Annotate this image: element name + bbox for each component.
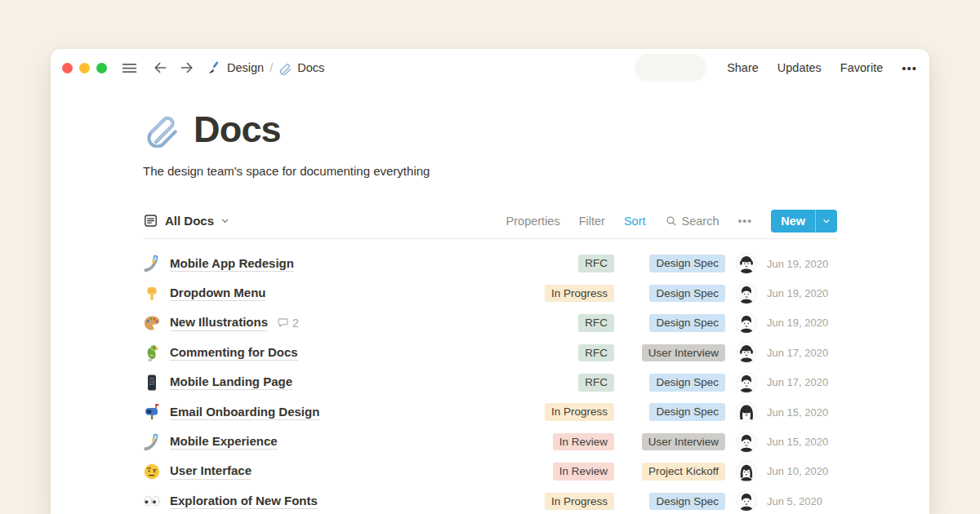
table-row[interactable]: Email Onboarding Design In Progress Desi… bbox=[143, 397, 837, 427]
doc-title-link[interactable]: Mobile Experience bbox=[170, 434, 278, 450]
doc-title-link[interactable]: Exploration of New Fonts bbox=[170, 494, 318, 509]
status-tag[interactable]: RFC bbox=[578, 344, 614, 362]
paperclip-icon[interactable] bbox=[143, 109, 181, 151]
avatar[interactable] bbox=[737, 343, 756, 362]
table-row[interactable]: Exploration of New Fonts In Progress Des… bbox=[143, 486, 837, 514]
parrot-icon bbox=[143, 343, 161, 361]
avatar[interactable] bbox=[737, 373, 756, 392]
table-row[interactable]: Mobile Experience In Review User Intervi… bbox=[143, 427, 837, 456]
paintbrush-icon bbox=[207, 60, 222, 75]
table-row[interactable]: New Illustrations 2 RFC Design Spec Jun … bbox=[143, 308, 837, 338]
more-options-icon[interactable]: ••• bbox=[902, 61, 917, 75]
window-controls bbox=[62, 63, 107, 73]
notion-window: Design / Docs Share Updates Favorite •••… bbox=[51, 49, 929, 514]
doc-type-tag[interactable]: Design Spec bbox=[649, 374, 725, 392]
mobile-phone-icon bbox=[143, 374, 161, 392]
doc-type-tag[interactable]: Design Spec bbox=[649, 403, 725, 421]
doc-type-tag[interactable]: Project Kickoff bbox=[642, 463, 725, 481]
table-row[interactable]: Mobile Landing Page RFC Design Spec Jun … bbox=[143, 368, 837, 397]
status-tag[interactable]: RFC bbox=[578, 314, 614, 332]
edited-date: Jun 10, 2020 bbox=[767, 465, 837, 477]
filter-button[interactable]: Filter bbox=[579, 215, 605, 228]
search-button[interactable]: Search bbox=[665, 215, 719, 228]
collection-toolbar: All Docs Properties Filter Sort Search •… bbox=[143, 203, 837, 239]
new-button-label[interactable]: New bbox=[771, 210, 815, 233]
status-tag[interactable]: In Progress bbox=[545, 285, 614, 303]
page-header: Docs bbox=[143, 108, 837, 152]
favorite-button[interactable]: Favorite bbox=[840, 61, 883, 74]
table-row[interactable]: User Interface In Review Project Kickoff… bbox=[143, 457, 837, 486]
doc-title-link[interactable]: Email Onboarding Design bbox=[170, 405, 319, 420]
doc-type-tag[interactable]: Design Spec bbox=[649, 493, 725, 511]
edited-date: Jun 19, 2020 bbox=[767, 287, 837, 299]
status-tag[interactable]: In Progress bbox=[545, 493, 614, 511]
close-window-button[interactable] bbox=[62, 63, 73, 73]
doc-title-link[interactable]: User Interface bbox=[170, 463, 252, 479]
doc-type-tag[interactable]: Design Spec bbox=[649, 255, 725, 273]
doc-title-link[interactable]: Mobile Landing Page bbox=[170, 374, 292, 390]
breadcrumb-parent[interactable]: Design bbox=[207, 60, 264, 75]
comment-bubble-icon bbox=[277, 317, 289, 329]
back-arrow-icon[interactable] bbox=[152, 60, 168, 76]
search-icon bbox=[665, 215, 678, 228]
doc-title-link[interactable]: Dropdown Menu bbox=[170, 286, 265, 301]
backhand-index-pointing-down-icon bbox=[143, 285, 161, 303]
avatar[interactable] bbox=[737, 432, 756, 452]
artist-palette-icon bbox=[143, 314, 161, 332]
minimize-window-button[interactable] bbox=[79, 63, 90, 73]
toolbar-more-icon[interactable]: ••• bbox=[737, 215, 752, 228]
table-row[interactable]: Mobile App Redesign RFC Design Spec Jun … bbox=[143, 249, 837, 278]
blurred-element bbox=[635, 54, 706, 82]
status-tag[interactable]: In Progress bbox=[545, 403, 614, 421]
avatar[interactable] bbox=[737, 313, 756, 333]
page-description[interactable]: The design team's space for documenting … bbox=[143, 164, 837, 178]
comment-count-badge[interactable]: 2 bbox=[277, 317, 299, 330]
titlebar: Design / Docs Share Updates Favorite ••• bbox=[51, 49, 929, 86]
doc-type-tag[interactable]: User Interview bbox=[642, 433, 725, 451]
search-label: Search bbox=[682, 215, 719, 228]
comment-count: 2 bbox=[292, 317, 299, 330]
doc-type-tag[interactable]: Design Spec bbox=[649, 314, 725, 332]
sidebar-menu-icon[interactable] bbox=[121, 60, 138, 77]
zoom-window-button[interactable] bbox=[96, 63, 107, 73]
page-title[interactable]: Docs bbox=[194, 109, 281, 151]
edited-date: Jun 5, 2020 bbox=[767, 495, 837, 507]
sort-button[interactable]: Sort bbox=[624, 215, 646, 228]
forward-arrow-icon[interactable] bbox=[179, 60, 195, 76]
status-tag[interactable]: RFC bbox=[578, 255, 614, 273]
docs-table: Mobile App Redesign RFC Design Spec Jun … bbox=[143, 239, 837, 514]
edited-date: Jun 19, 2020 bbox=[767, 258, 837, 270]
avatar[interactable] bbox=[737, 491, 756, 511]
status-tag[interactable]: In Review bbox=[553, 463, 614, 481]
breadcrumb: Design / Docs bbox=[207, 60, 324, 75]
table-row[interactable]: Dropdown Menu In Progress Design Spec Ju… bbox=[143, 278, 837, 308]
avatar[interactable] bbox=[737, 284, 756, 304]
new-button-caret[interactable] bbox=[815, 210, 837, 233]
paperclip-icon bbox=[278, 61, 292, 75]
edited-date: Jun 15, 2020 bbox=[767, 436, 837, 448]
updates-button[interactable]: Updates bbox=[777, 61, 822, 74]
doc-title-link[interactable]: Commenting for Docs bbox=[170, 345, 298, 361]
share-button[interactable]: Share bbox=[727, 61, 759, 74]
face-with-raised-eyebrow-icon bbox=[143, 463, 161, 481]
avatar[interactable] bbox=[737, 254, 756, 273]
doc-type-tag[interactable]: Design Spec bbox=[649, 285, 725, 303]
doc-title-link[interactable]: Mobile App Redesign bbox=[170, 256, 294, 272]
doc-title-link[interactable]: New Illustrations bbox=[170, 315, 268, 330]
edited-date: Jun 17, 2020 bbox=[767, 376, 837, 388]
edited-date: Jun 15, 2020 bbox=[767, 406, 837, 419]
status-tag[interactable]: RFC bbox=[578, 374, 614, 392]
doc-type-tag[interactable]: User Interview bbox=[642, 344, 725, 362]
properties-button[interactable]: Properties bbox=[506, 215, 560, 228]
avatar[interactable] bbox=[737, 462, 756, 481]
new-button[interactable]: New bbox=[771, 210, 837, 233]
status-tag[interactable]: In Review bbox=[553, 433, 614, 451]
avatar[interactable] bbox=[737, 402, 756, 422]
view-switcher[interactable]: All Docs bbox=[143, 213, 229, 228]
breadcrumb-separator: / bbox=[264, 61, 278, 74]
selfie-icon bbox=[143, 433, 161, 451]
breadcrumb-current[interactable]: Docs bbox=[278, 61, 324, 75]
table-row[interactable]: Commenting for Docs RFC User Interview J… bbox=[143, 338, 837, 367]
breadcrumb-parent-label: Design bbox=[227, 61, 264, 74]
list-view-icon bbox=[143, 213, 158, 228]
